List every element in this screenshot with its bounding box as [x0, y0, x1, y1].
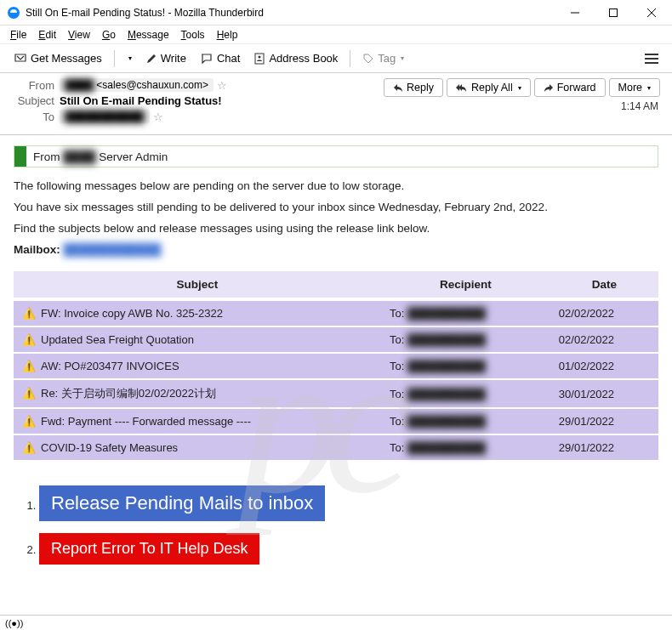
get-messages-button[interactable]: Get Messages: [9, 48, 107, 68]
action-list: Release Pending Mails to inbox Report Er…: [14, 485, 658, 565]
cell-recipient: To: ██████████: [381, 409, 550, 434]
svg-rect-2: [609, 9, 617, 16]
col-recipient: Recipient: [381, 271, 550, 299]
cell-subject: ⚠️Re: 关于启动司编制02/02/2022计划: [14, 380, 381, 407]
tag-icon: [362, 53, 374, 65]
body-paragraph: The following messages below are pending…: [14, 179, 658, 192]
body-paragraph: Find the subjects below and release mess…: [14, 222, 658, 235]
star-icon[interactable]: ☆: [153, 111, 163, 123]
reply-button[interactable]: Reply: [384, 78, 443, 97]
message-time: 1:14 AM: [384, 100, 658, 112]
table-row: ⚠️Updated Sea Freight QuotationTo: █████…: [14, 327, 658, 352]
sender-banner: From ████ Server Admin: [14, 145, 658, 167]
mailbox-redacted: ████████████: [64, 243, 162, 256]
close-button[interactable]: [632, 0, 670, 26]
cell-recipient: To: ██████████: [381, 380, 550, 407]
tag-button[interactable]: Tag ▾: [357, 48, 409, 68]
menu-help[interactable]: Help: [212, 27, 243, 43]
to-label: To: [12, 111, 54, 123]
write-button[interactable]: Write: [140, 48, 191, 68]
forward-icon: [544, 83, 554, 92]
chevron-down-icon: ▾: [647, 84, 651, 92]
body-paragraph: You have six messages still pending to b…: [14, 201, 658, 213]
to-redacted: ███████████: [65, 111, 145, 122]
status-bar: ((●)): [0, 615, 672, 630]
reply-all-icon: [456, 83, 468, 92]
maximize-button[interactable]: [594, 0, 632, 26]
table-row: ⚠️Re: 关于启动司编制02/02/2022计划To: ██████████3…: [14, 380, 658, 407]
menu-go[interactable]: Go: [97, 27, 121, 43]
cell-date: 30/01/2022: [550, 380, 658, 407]
cell-date: 01/02/2022: [550, 354, 658, 378]
cell-date: 29/01/2022: [550, 409, 658, 434]
menu-edit[interactable]: Edit: [33, 27, 61, 43]
chevron-down-icon: ▾: [401, 54, 404, 62]
message-body: pc From ████ Server Admin The following …: [0, 135, 672, 620]
banner-redacted: ████: [63, 150, 95, 163]
chat-icon: [200, 53, 214, 65]
app-icon: [7, 6, 20, 20]
cell-recipient: To: ██████████: [381, 327, 550, 352]
table-row: ⚠️Fwd: Payment ---- Forwarded message --…: [14, 409, 658, 434]
address-book-icon: [253, 53, 265, 65]
menu-view[interactable]: View: [63, 27, 95, 43]
reply-all-button[interactable]: Reply All ▾: [447, 78, 531, 97]
app-menu-button[interactable]: [640, 48, 663, 69]
download-icon: [14, 53, 27, 65]
more-button[interactable]: More ▾: [609, 78, 660, 97]
cell-date: 02/02/2022: [550, 301, 658, 326]
message-header: From ████ <sales@cshauxun.com> ☆ Subject…: [0, 73, 672, 135]
report-error-button[interactable]: Report Error To IT Help Desk: [39, 533, 259, 565]
get-messages-dropdown[interactable]: ▾: [122, 51, 137, 65]
minimize-button[interactable]: [555, 0, 594, 26]
svg-rect-5: [255, 54, 264, 64]
from-label: From: [12, 79, 54, 92]
activity-icon[interactable]: ((●)): [5, 618, 23, 628]
chat-label: Chat: [217, 52, 240, 65]
cell-recipient: To: ██████████: [381, 354, 550, 378]
reply-icon: [393, 83, 403, 92]
col-date: Date: [550, 271, 658, 299]
to-value[interactable]: ███████████: [60, 110, 150, 123]
banner-suffix: Server Admin: [99, 150, 168, 163]
subject-label: Subject: [12, 94, 54, 107]
main-toolbar: Get Messages ▾ Write Chat Address Book T…: [0, 44, 672, 73]
menu-message[interactable]: Message: [122, 27, 174, 43]
header-actions: Reply Reply All ▾ Forward More ▾: [384, 78, 660, 97]
menu-bar: File Edit View Go Message Tools Help: [0, 26, 672, 44]
table-header-row: Subject Recipient Date: [14, 271, 658, 299]
mailbox-line: Mailbox: ████████████: [14, 243, 658, 256]
list-item: Report Error To IT Help Desk: [39, 533, 658, 565]
svg-point-6: [259, 55, 261, 58]
forward-button[interactable]: Forward: [534, 78, 606, 97]
forward-label: Forward: [557, 82, 596, 94]
chat-button[interactable]: Chat: [195, 48, 245, 68]
cell-subject: ⚠️Fwd: Payment ---- Forwarded message --…: [14, 409, 381, 434]
cell-subject: ⚠️Updated Sea Freight Quotation: [14, 327, 381, 352]
list-item: Release Pending Mails to inbox: [39, 485, 658, 521]
release-mails-button[interactable]: Release Pending Mails to inbox: [39, 485, 325, 521]
from-email: <sales@cshauxun.com>: [96, 79, 208, 91]
from-name-redacted: ████: [65, 79, 94, 91]
warning-icon: ⚠️: [22, 387, 36, 400]
address-book-button[interactable]: Address Book: [248, 48, 343, 68]
warning-icon: ⚠️: [22, 415, 36, 428]
get-messages-label: Get Messages: [31, 52, 102, 65]
from-value[interactable]: ████ <sales@cshauxun.com>: [60, 78, 214, 92]
chevron-down-icon: ▾: [518, 84, 521, 92]
reply-label: Reply: [407, 82, 434, 94]
window-title-bar: Still On E-mail Pending Status! - Mozill…: [0, 0, 672, 26]
cell-recipient: To: ██████████: [381, 435, 550, 460]
mailbox-label: Mailbox:: [14, 243, 60, 256]
banner-from-label: From: [33, 150, 60, 163]
pending-messages-table: Subject Recipient Date ⚠️FW: Invoice cop…: [14, 270, 658, 462]
cell-date: 02/02/2022: [550, 327, 658, 352]
menu-file[interactable]: File: [5, 27, 31, 43]
warning-icon: ⚠️: [22, 333, 36, 346]
more-label: More: [618, 82, 642, 94]
warning-icon: ⚠️: [22, 360, 36, 372]
chevron-down-icon: ▾: [128, 54, 132, 62]
star-icon[interactable]: ☆: [217, 79, 227, 92]
menu-tools[interactable]: Tools: [176, 27, 210, 43]
cell-subject: ⚠️FW: Invoice copy AWB No. 325-2322: [14, 301, 381, 326]
